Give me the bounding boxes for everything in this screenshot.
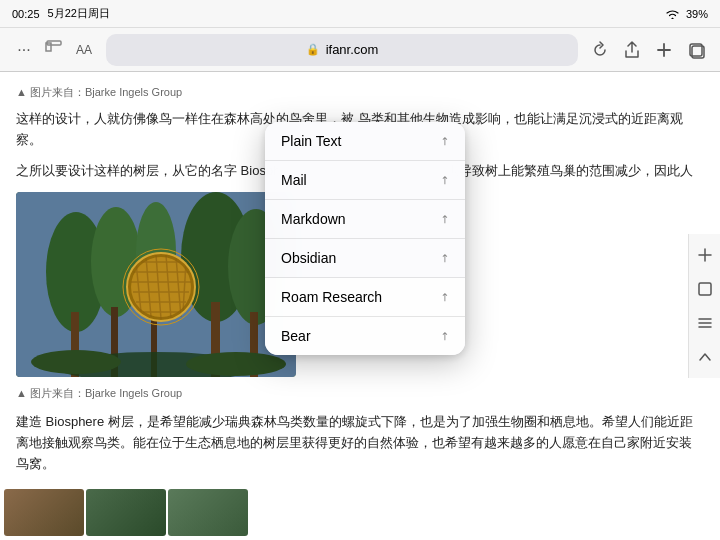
battery-level: 39% [686,8,708,20]
chevron-up-icon [697,349,713,365]
article-image [16,192,296,377]
thumbnail-2 [86,489,166,536]
chrome-nav-right [586,36,710,64]
status-right: 39% [665,8,708,20]
roam-research-label: Roam Research [281,289,382,305]
list-button[interactable] [692,310,718,336]
tabs-icon [687,41,705,59]
new-tab-icon [655,41,673,59]
aa-button[interactable]: AA [70,36,98,64]
scroll-up-button[interactable] [692,344,718,370]
thumbnail-3 [168,489,248,536]
status-bar: 00:25 5月22日周日 39% [0,0,720,28]
popup-item-bear[interactable]: Bear ↗ [265,317,465,355]
url-display: ifanr.com [326,42,379,57]
popup-item-mail[interactable]: Mail ↗ [265,161,465,200]
markdown-label: Markdown [281,211,346,227]
reload-button[interactable] [586,36,614,64]
more-button[interactable]: ··· [10,36,38,64]
list-icon [697,315,713,331]
bookmark-icon [44,39,64,61]
popup-item-roam-research[interactable]: Roam Research ↗ [265,278,465,317]
roam-research-arrow: ↗ [437,289,453,305]
chrome-nav-left: ··· AA [10,36,98,64]
markdown-arrow: ↗ [437,211,453,227]
popup-item-plain-text[interactable]: Plain Text ↗ [265,122,465,161]
share-popup: Plain Text ↗ Mail ↗ Markdown ↗ Obsidian … [265,122,465,355]
svg-point-35 [31,350,121,374]
share-button[interactable] [618,36,646,64]
status-date: 5月22日周日 [48,6,110,21]
bear-arrow: ↗ [437,328,453,344]
bear-label: Bear [281,328,311,344]
sidebar-icons [688,234,720,378]
reload-icon [591,41,609,59]
mail-arrow: ↗ [437,172,453,188]
svg-point-36 [186,352,286,376]
article-image-svg [16,192,296,377]
square-button[interactable] [692,276,718,302]
thumbnail-1 [4,489,84,536]
article-text-3: 建造 Biosphere 树层，是希望能减少瑞典森林鸟类数量的螺旋式下降，也是为… [16,411,704,475]
new-tab-button[interactable] [650,36,678,64]
square-icon [697,281,713,297]
browser-chrome: ··· AA 🔒 ifanr.com [0,28,720,72]
lock-icon: 🔒 [306,43,320,56]
plain-text-label: Plain Text [281,133,341,149]
mail-label: Mail [281,172,307,188]
wifi-icon [665,8,680,20]
address-bar[interactable]: 🔒 ifanr.com [106,34,578,66]
plus-icon [697,247,713,263]
caption-bottom: 图片来自：Bjarke Ingels Group [16,385,704,403]
status-time: 00:25 [12,8,40,20]
obsidian-label: Obsidian [281,250,336,266]
popup-item-obsidian[interactable]: Obsidian ↗ [265,239,465,278]
obsidian-arrow: ↗ [437,250,453,266]
popup-item-markdown[interactable]: Markdown ↗ [265,200,465,239]
zoom-in-button[interactable] [692,242,718,268]
content-area: 图片来自：Bjarke Ingels Group 这样的设计，人就仿佛像鸟一样住… [0,72,720,540]
status-left: 00:25 5月22日周日 [12,6,110,21]
thumb-strip [0,485,720,540]
plain-text-arrow: ↗ [437,133,453,149]
tabs-button[interactable] [682,36,710,64]
svg-rect-1 [46,43,51,51]
svg-rect-39 [699,283,711,295]
caption-top: 图片来自：Bjarke Ingels Group [16,84,704,102]
share-icon [623,41,641,59]
